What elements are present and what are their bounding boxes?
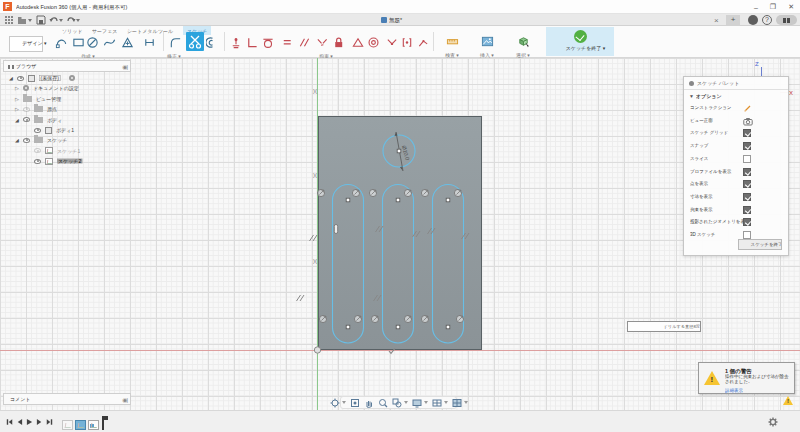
help-icon[interactable]: ? (762, 15, 772, 25)
viewports-icon[interactable] (452, 398, 462, 408)
browser-item[interactable]: ▷原点 (3, 104, 67, 114)
close-button[interactable]: ✕ (788, 3, 794, 11)
palette-option-row[interactable]: コンストラクション (684, 102, 790, 114)
browser-item[interactable]: ◢ボディ (3, 115, 78, 125)
sketch-palette-header[interactable]: スケッチ パレット (684, 77, 788, 90)
polygon-tool-icon[interactable] (120, 34, 135, 50)
tab-close-icon[interactable]: × (714, 16, 719, 25)
coincident-constraint-icon[interactable] (228, 34, 243, 50)
line-tool-icon[interactable] (54, 34, 69, 50)
modeling-canvas[interactable]: Ø10.0)()()( ドリルする直径8深さ6設計 Z X ブラウザ ◉| ◢(… (0, 58, 800, 410)
expand-closed-icon[interactable]: ▷ (13, 106, 21, 112)
offset-tool-icon[interactable] (205, 34, 220, 50)
browser-item[interactable]: ▷ビュー管理 (3, 94, 86, 104)
fix-constraint-icon[interactable] (399, 34, 414, 50)
camera-icon[interactable] (743, 117, 753, 126)
go-to-end-icon[interactable] (46, 418, 53, 426)
document-tab[interactable]: 無題* (381, 14, 413, 26)
palette-option-row[interactable]: 投影されたジオメトリを表示 (684, 216, 790, 228)
visibility-eye-icon[interactable] (23, 107, 30, 112)
palette-option-row[interactable]: プロファイルを表示 (684, 166, 790, 178)
palette-option-row[interactable]: ビュー正面 (684, 115, 790, 127)
palette-option-row[interactable]: 点を表示 (684, 178, 790, 190)
palette-option-row[interactable]: スナップ (684, 140, 790, 152)
zoom-window-icon[interactable] (392, 398, 402, 408)
perpendicular-constraint-icon[interactable] (244, 34, 259, 50)
body-face[interactable] (318, 116, 482, 350)
user-avatar[interactable] (776, 15, 797, 25)
palette-finish-sketch-button[interactable]: スケッチを終了 (738, 239, 782, 250)
sketch-text-annotation[interactable]: ドリルする直径8深さ6設計 (627, 321, 701, 332)
lock-constraint-icon[interactable] (331, 34, 346, 50)
checkbox-unchecked[interactable] (743, 155, 751, 163)
checkbox-checked[interactable] (743, 218, 751, 226)
grid-layout-icon[interactable] (432, 398, 442, 408)
symmetry-constraint-icon[interactable] (314, 34, 329, 50)
comments-panel-header[interactable]: コメント ◉| (3, 393, 131, 405)
timeline-position-marker[interactable] (101, 416, 110, 430)
inspect-group[interactable]: 検査 ▾ (437, 34, 467, 60)
orbit-icon[interactable] (330, 398, 340, 408)
midpoint-constraint-icon[interactable] (384, 34, 399, 50)
slot-tool-icon[interactable] (142, 34, 157, 50)
circle-tool-icon[interactable] (85, 34, 100, 50)
spline-tool-icon[interactable] (102, 34, 117, 50)
step-back-icon[interactable] (16, 418, 23, 426)
parallel-constraint-icon[interactable] (296, 34, 311, 50)
curvature-constraint-icon[interactable] (415, 34, 430, 50)
redo-icon[interactable] (66, 15, 76, 25)
palette-option-row[interactable]: スケッチ グリッド (684, 127, 790, 139)
palette-options-section[interactable]: ▼ オプション (684, 90, 788, 101)
browser-item[interactable]: ◢(未保存) (3, 73, 82, 83)
expand-closed-icon[interactable]: ▷ (13, 85, 21, 91)
equal-constraint-icon[interactable] (279, 34, 294, 50)
play-icon[interactable] (26, 418, 33, 426)
insert-group[interactable]: 挿入 ▾ (472, 34, 502, 60)
checkbox-checked[interactable] (743, 142, 751, 150)
timeline-sketch3-feature[interactable] (88, 420, 99, 430)
checkbox-checked[interactable] (743, 206, 751, 214)
browser-item[interactable]: ボディ1 (3, 125, 92, 135)
construction-icon[interactable] (743, 104, 752, 113)
palette-option-row[interactable]: 寸法を表示 (684, 191, 790, 203)
visibility-eye-icon[interactable] (23, 138, 30, 143)
fillet-tool-icon[interactable] (168, 34, 183, 50)
tangent-constraint-icon[interactable] (260, 34, 275, 50)
comments-collapse-icon[interactable]: ◉| (122, 396, 127, 403)
rectangle-tool-icon[interactable] (71, 34, 86, 50)
checkbox-checked[interactable] (743, 168, 751, 176)
visibility-eye-icon[interactable] (17, 76, 24, 81)
timeline-sketch2-feature-selected[interactable] (75, 420, 86, 430)
warning-badge-icon[interactable] (783, 396, 793, 405)
look-at-icon[interactable] (350, 398, 360, 408)
checkbox-unchecked[interactable] (743, 231, 751, 239)
workspace-selector[interactable]: デザイン ▾ (9, 36, 43, 52)
browser-item[interactable]: スケッチ1 (3, 146, 104, 156)
undo-caret[interactable] (59, 15, 64, 25)
timeline-sketch1-feature[interactable] (62, 420, 73, 430)
file-menu-icon[interactable] (17, 15, 27, 25)
document-settings-gear-icon[interactable] (69, 75, 75, 81)
visibility-eye-icon[interactable] (34, 159, 41, 164)
browser-panel-header[interactable]: ブラウザ ◉| (3, 60, 131, 72)
pan-icon[interactable] (364, 398, 374, 408)
minimize-button[interactable]: – (754, 4, 758, 11)
expand-open-icon[interactable]: ◢ (13, 117, 21, 123)
visibility-eye-icon[interactable] (34, 128, 41, 133)
browser-item[interactable]: スケッチ2 (3, 156, 108, 166)
new-tab-button[interactable]: + (726, 15, 740, 25)
checkbox-checked[interactable] (743, 129, 751, 137)
trim-tool-active-chip[interactable] (186, 32, 204, 51)
expand-open-icon[interactable]: ◢ (13, 137, 21, 143)
palette-option-row[interactable]: 拘束を表示 (684, 204, 790, 216)
checkbox-checked[interactable] (743, 193, 751, 201)
midplane-constraint-icon[interactable] (350, 34, 365, 50)
user-account-icon[interactable] (748, 15, 758, 25)
step-forward-icon[interactable] (36, 418, 43, 426)
warning-details-link[interactable]: 詳細表示 (725, 386, 765, 396)
zoom-icon[interactable] (378, 398, 388, 408)
concentric-constraint-icon[interactable] (366, 34, 381, 50)
go-to-start-icon[interactable] (6, 418, 13, 426)
visibility-eye-icon[interactable] (34, 148, 41, 153)
browser-item[interactable]: ▷ドキュメントの設定 (3, 83, 125, 93)
